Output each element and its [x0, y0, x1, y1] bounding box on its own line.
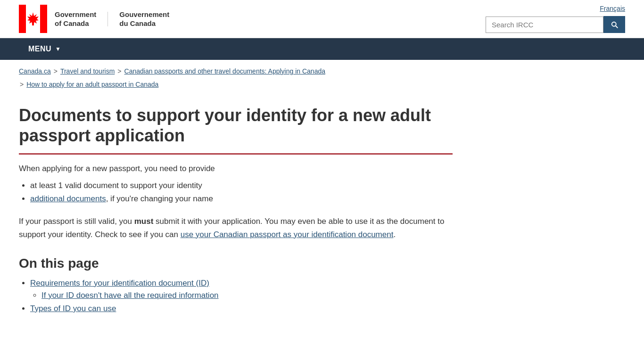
- search-input[interactable]: [486, 16, 603, 33]
- toc-types-link[interactable]: Types of ID you can use: [30, 304, 116, 313]
- toc-sublist: If your ID doesn't have all the required…: [41, 291, 453, 300]
- page-title: Documents to support your identity for a…: [19, 105, 453, 146]
- notice-bold: must: [134, 217, 154, 226]
- menu-button[interactable]: MENU ▼: [19, 38, 71, 60]
- gov-name-french: Gouvernement du Canada: [119, 10, 169, 28]
- government-name: Government of Canada Gouvernement du Can…: [55, 10, 169, 28]
- breadcrumb-sep2: >: [117, 67, 121, 75]
- svg-rect-0: [19, 5, 26, 33]
- breadcrumb-canada[interactable]: Canada.ca: [19, 67, 51, 75]
- breadcrumb: Canada.ca > Travel and tourism > Canadia…: [0, 60, 644, 79]
- heading-divider: [19, 153, 453, 155]
- main-content: Documents to support your identity for a…: [0, 96, 471, 336]
- francais-link[interactable]: Français: [600, 5, 625, 12]
- breadcrumb-sep1: >: [54, 67, 58, 75]
- toc-list: Requirements for your identification doc…: [30, 279, 453, 313]
- breadcrumb-passports[interactable]: Canadian passports and other travel docu…: [124, 67, 326, 75]
- svg-rect-3: [32, 23, 34, 25]
- toc-item: Requirements for your identification doc…: [30, 279, 453, 300]
- search-icon: [610, 20, 619, 29]
- toc-item: Types of ID you can use: [30, 304, 453, 313]
- passport-notice: If your passport is still valid, you mus…: [19, 215, 453, 240]
- intro-paragraph: When applying for a new passport, you ne…: [19, 164, 453, 173]
- toc-requirements-link[interactable]: Requirements for your identification doc…: [30, 279, 209, 288]
- bullet-2-post: , if you're changing your name: [106, 194, 213, 203]
- toc-sub-item: If your ID doesn't have all the required…: [41, 291, 453, 300]
- menu-label: MENU: [28, 45, 51, 53]
- list-item: at least 1 valid document to support you…: [30, 181, 453, 190]
- additional-documents-link[interactable]: additional documents: [30, 194, 106, 203]
- notice-end: .: [393, 230, 396, 239]
- on-this-page-heading: On this page: [19, 256, 453, 271]
- list-item: additional documents, if you're changing…: [30, 194, 453, 204]
- toc-id-info-link[interactable]: If your ID doesn't have all the required…: [41, 291, 219, 300]
- search-area: [486, 16, 625, 33]
- breadcrumb-travel[interactable]: Travel and tourism: [60, 67, 115, 75]
- breadcrumb-sep3: >: [20, 81, 24, 88]
- requirements-list: at least 1 valid document to support you…: [30, 181, 453, 204]
- canadian-passport-link[interactable]: use your Canadian passport as your ident…: [181, 230, 394, 239]
- chevron-down-icon: ▼: [55, 46, 61, 52]
- notice-pre: If your passport is still valid, you: [19, 217, 134, 226]
- breadcrumb-how-to-apply[interactable]: How to apply for an adult passport in Ca…: [26, 81, 158, 88]
- bullet-1-text: at least 1 valid document to support you…: [30, 181, 202, 190]
- gov-name-english: Government of Canada: [55, 10, 96, 28]
- search-button[interactable]: [603, 16, 625, 33]
- logo-area: Government of Canada Gouvernement du Can…: [19, 5, 169, 33]
- site-header: Government of Canada Gouvernement du Can…: [0, 0, 644, 38]
- header-right: Français: [486, 5, 625, 33]
- canada-flag-icon: [19, 5, 47, 33]
- breadcrumb-row2: > How to apply for an adult passport in …: [0, 79, 644, 96]
- svg-rect-1: [40, 5, 47, 33]
- nav-bar: MENU ▼: [0, 38, 644, 60]
